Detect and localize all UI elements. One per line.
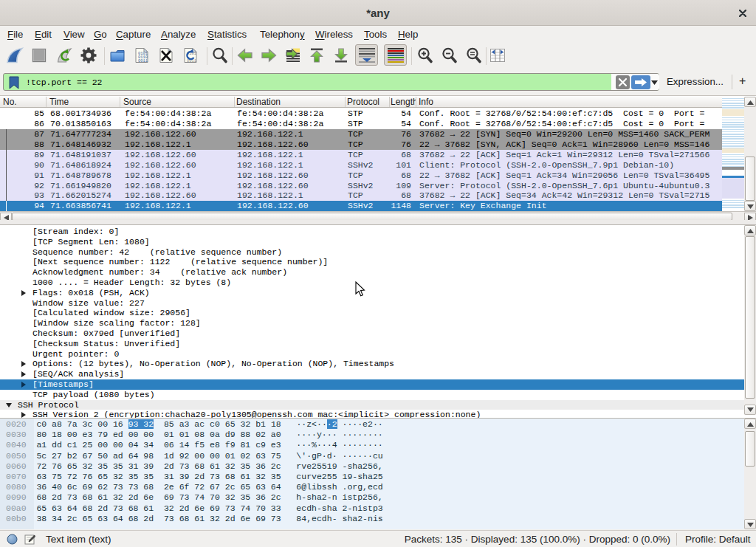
svg-text:0011: 0011: [138, 59, 148, 63]
